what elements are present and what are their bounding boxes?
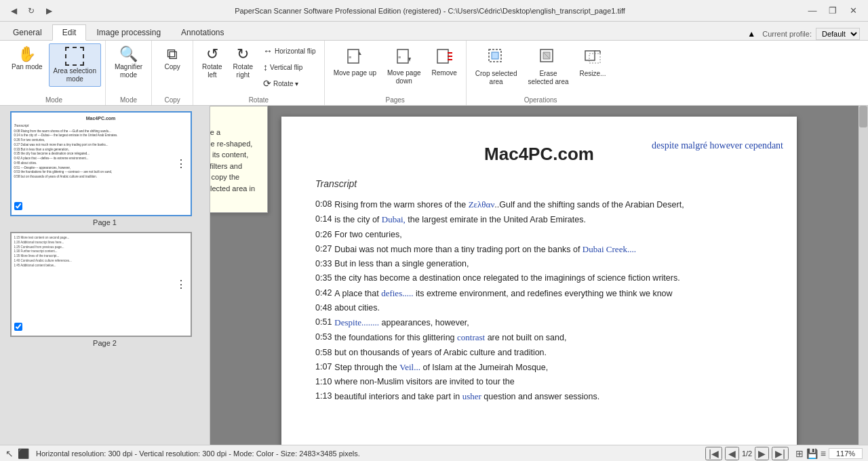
current-page: 1 bbox=[742, 449, 746, 458]
transcript-line: 0:42 A place that defies..... its extrem… bbox=[315, 286, 763, 301]
area-selection-icon bbox=[65, 47, 84, 66]
nav-back-button[interactable]: ◀ bbox=[5, 3, 22, 18]
ribbon-magnifier-items: 🔍 Magnifiermode bbox=[110, 43, 147, 95]
transcript-line: 0:33 But in less than a single generatio… bbox=[315, 257, 763, 271]
tab-general[interactable]: General bbox=[3, 24, 52, 40]
rotate-dropdown-button[interactable]: ⟳ Rotate ▾ bbox=[259, 76, 320, 91]
move-page-up-button[interactable]: ≡ Move page up bbox=[329, 43, 381, 81]
tab-annotations[interactable]: Annotations bbox=[171, 24, 234, 40]
tooltip-body: Set area-selection tool in Viewer area t… bbox=[210, 127, 259, 205]
erase-selected-icon bbox=[538, 47, 558, 68]
copy-icon: ⧉ bbox=[167, 47, 178, 62]
status-icons-left: ↖ ⬛ bbox=[5, 448, 29, 459]
viewer-scrollthumb[interactable] bbox=[859, 106, 867, 127]
transcript-line: 1:07 Step through the Veil... of Islam a… bbox=[315, 360, 763, 375]
pan-icon: ✋ bbox=[18, 47, 36, 62]
thumb-more-options[interactable]: ⋮ bbox=[176, 161, 188, 167]
area-selection-mode-button[interactable]: Area selectionmode bbox=[49, 43, 101, 87]
tab-image-processing[interactable]: Image processing bbox=[86, 24, 171, 40]
mode-group-label: Mode bbox=[7, 95, 101, 104]
pan-mode-button[interactable]: ✋ Pan mode bbox=[7, 43, 47, 75]
nav-forward-button[interactable]: ▶ bbox=[41, 3, 57, 18]
thumb-label-page2: Page 2 bbox=[93, 339, 117, 347]
profile-select[interactable]: Default bbox=[816, 28, 860, 40]
statusbar: ↖ ⬛ Horizontal resolution: 300 dpi - Ver… bbox=[0, 445, 868, 461]
move-page-down-button[interactable]: ≡ Move pagedown bbox=[382, 43, 425, 89]
crop-selected-button[interactable]: Crop selectedarea bbox=[471, 43, 522, 89]
rotate-right-icon: ↻ bbox=[237, 47, 249, 62]
transcript-line: 0:35 the city has become a destination o… bbox=[315, 271, 763, 285]
corner-notes: despite malgré however cependant bbox=[652, 137, 783, 154]
window-title: PaperScan Scanner Software Professional … bbox=[57, 7, 803, 15]
magnifier-mode-button[interactable]: 🔍 Magnifiermode bbox=[110, 43, 147, 83]
thumb-frame-page1: Mac4PC.com Transcript 0:08 Rising from t… bbox=[10, 111, 192, 216]
close-button[interactable]: ✕ bbox=[844, 3, 863, 18]
rotate-left-button[interactable]: ↺ Rotateleft bbox=[197, 43, 226, 83]
vertical-flip-button[interactable]: ↕ Vertical flip bbox=[259, 60, 320, 75]
restore-button[interactable]: ❐ bbox=[823, 3, 842, 18]
document-page: despite malgré however cependant Mac4PC.… bbox=[281, 117, 797, 445]
status-options-button[interactable]: ≡ bbox=[821, 448, 826, 459]
transcript-line: 0:27 Dubai was not much more than a tiny… bbox=[315, 242, 763, 257]
thumbnail-page1[interactable]: Mac4PC.com Transcript 0:08 Rising from t… bbox=[10, 111, 200, 226]
thumb-checkbox-page2[interactable] bbox=[14, 323, 22, 333]
status-icon-page: ⬛ bbox=[18, 448, 29, 459]
ribbon-group-mode: ✋ Pan mode Area selectionmode Mode bbox=[3, 41, 106, 105]
operations-group-label: Operations bbox=[471, 95, 611, 104]
viewer-scrollbar[interactable] bbox=[859, 106, 868, 445]
statusbar-text: Horizontal resolution: 300 dpi - Vertica… bbox=[36, 449, 360, 458]
erase-selected-button[interactable]: Eraseselected area bbox=[523, 43, 573, 89]
remove-button[interactable]: Remove bbox=[427, 43, 462, 81]
page-prev-button[interactable]: ◀ bbox=[725, 447, 739, 460]
transcript-line: 1:10 where non-Muslim visitors are invit… bbox=[315, 375, 763, 389]
copy-button[interactable]: ⧉ Copy bbox=[156, 43, 189, 75]
page-next-button[interactable]: ▶ bbox=[755, 447, 769, 460]
rotate-left-icon: ↺ bbox=[206, 47, 218, 62]
tooltip-popup: Area selection mode (Ctrl+K) Set area-se… bbox=[210, 106, 268, 213]
thumb-more-options-page2[interactable]: ⋮ bbox=[176, 281, 188, 288]
tooltip-title: Area selection mode (Ctrl+K) bbox=[210, 113, 259, 123]
transcript-line: 0:08 Rising from the warm shores of the … bbox=[315, 197, 763, 212]
thumb-frame-page2: 1:15 More text content on second page...… bbox=[10, 232, 192, 337]
page-first-button[interactable]: |◀ bbox=[705, 447, 722, 460]
move-page-up-icon: ≡ bbox=[345, 47, 364, 68]
thumb-label-page1: Page 1 bbox=[93, 218, 117, 226]
horizontal-flip-button[interactable]: ↔ Horizontal flip bbox=[259, 43, 320, 58]
thumbnail-page2[interactable]: 1:15 More text content on second page...… bbox=[10, 232, 200, 347]
profile-label: Current profile: bbox=[762, 30, 812, 38]
page-indicator: 1/2 bbox=[742, 449, 752, 458]
window-controls: ― ❐ ✕ bbox=[803, 3, 863, 18]
resize-button[interactable]: Resize... bbox=[575, 43, 611, 81]
thumb-checkbox-page1[interactable] bbox=[14, 202, 22, 212]
status-save-button[interactable]: 💾 bbox=[806, 448, 818, 459]
page-last-button[interactable]: ▶| bbox=[772, 447, 789, 460]
svg-text:≡: ≡ bbox=[398, 55, 401, 60]
ribbon-group-operations: Crop selectedarea Eraseselected area Res… bbox=[467, 41, 615, 105]
ribbon-group-magnifier: 🔍 Magnifiermode Mode bbox=[106, 41, 152, 105]
nav-refresh-button[interactable]: ↻ bbox=[23, 3, 39, 18]
copy-group-label: Copy bbox=[156, 95, 189, 104]
rotate-dropdown-icon: ⟳ bbox=[263, 78, 271, 89]
transcript-line: 0:51 Despite........ appearances, howeve… bbox=[315, 315, 763, 330]
transcript-line: 0:58 but on thousands of years of Arabic… bbox=[315, 346, 763, 360]
ribbon-pages-items: ≡ Move page up ≡ Move pagedown Remove bbox=[329, 43, 462, 95]
ribbon-group-pages: ≡ Move page up ≡ Move pagedown Remove Pa… bbox=[325, 41, 467, 105]
total-pages: 2 bbox=[748, 449, 752, 458]
transcript-line: 0:14 is the city of Dubai, the largest e… bbox=[315, 212, 763, 227]
pages-group-label: Pages bbox=[329, 95, 462, 104]
horizontal-flip-icon: ↔ bbox=[263, 45, 273, 56]
transcript-line: 0:26 For two centuries, bbox=[315, 228, 763, 242]
status-fit-button[interactable]: ⊞ bbox=[795, 448, 804, 459]
titlebar: ◀ ↻ ▶ PaperScan Scanner Software Profess… bbox=[0, 0, 868, 22]
ribbon-collapse-button[interactable]: ▲ bbox=[747, 29, 755, 39]
rotate-right-button[interactable]: ↻ Rotateright bbox=[229, 43, 258, 83]
status-icon-pointer: ↖ bbox=[5, 448, 14, 459]
ribbon-group-copy: ⧉ Copy Copy bbox=[152, 41, 193, 105]
move-page-down-icon: ≡ bbox=[395, 47, 414, 68]
minimize-button[interactable]: ― bbox=[803, 3, 822, 18]
zoom-level[interactable]: 117% bbox=[829, 448, 863, 459]
transcript-heading: Transcript bbox=[315, 178, 763, 189]
document-viewer[interactable]: despite malgré however cependant Mac4PC.… bbox=[210, 106, 868, 445]
transcript-line: 0:48 about cities. bbox=[315, 301, 763, 315]
tab-edit[interactable]: Edit bbox=[52, 24, 87, 41]
